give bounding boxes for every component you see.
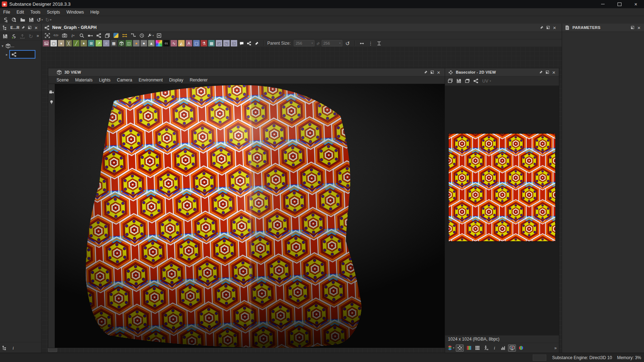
palette-normal-sphere[interactable]: ● (141, 40, 147, 46)
link-size-icon[interactable]: ∞ (315, 40, 321, 46)
channels-filter-button[interactable] (517, 345, 525, 351)
explorer-float-button[interactable] (27, 24, 33, 31)
palette-position[interactable]: ◫ (126, 40, 132, 46)
view2d-float-button[interactable] (545, 69, 550, 75)
link-substance-button[interactable] (10, 33, 17, 39)
image-information-button[interactable]: i (491, 345, 498, 351)
graph-close-button[interactable]: × (552, 24, 557, 31)
info-toggle[interactable]: i (13, 346, 14, 350)
menu-windows[interactable]: Windows (63, 10, 87, 15)
chevron-right-icon[interactable]: ▸ (4, 53, 9, 56)
zoom-actual-button[interactable]: ‹1:1› (52, 32, 59, 39)
uv-mode-select[interactable]: UV▾ (482, 79, 491, 84)
menu3d-renderer[interactable]: Renderer (186, 78, 211, 83)
palette-cells[interactable]: ▩ (208, 40, 215, 46)
palette-tile-sampler[interactable]: ▦ (111, 40, 117, 46)
menu-file[interactable]: File (0, 10, 13, 15)
palette-transform-2d[interactable]: ⊠ (88, 40, 94, 46)
menu-help[interactable]: Help (87, 10, 102, 15)
camera-view-button[interactable] (49, 89, 54, 95)
palette-histogram-scan[interactable]: ▲ (148, 40, 155, 46)
new-substance-button[interactable] (2, 17, 9, 23)
view3d-pin-button[interactable] (423, 69, 429, 75)
open-button[interactable] (19, 17, 26, 23)
palette-text[interactable]: A (186, 40, 192, 46)
graph-pin-button[interactable] (539, 24, 545, 31)
node-size-button[interactable] (376, 40, 383, 46)
selected-graph-item[interactable] (9, 50, 35, 59)
palette-mirror[interactable]: ◭ (178, 40, 185, 46)
package-tree-row[interactable]: ▾ ... (0, 42, 41, 49)
tools-button[interactable]: ▾ (147, 32, 154, 39)
palette-curve[interactable]: ╱ (73, 40, 79, 46)
palette-curve-edit[interactable]: ∿ (171, 40, 177, 46)
info-button[interactable]: i▾ (69, 32, 77, 39)
search-button[interactable] (78, 32, 85, 39)
save-all-button[interactable] (28, 17, 35, 23)
view2d-pin-button[interactable] (538, 69, 544, 75)
light-settings-button[interactable] (49, 99, 54, 105)
menu-scripts[interactable]: Scripts (44, 10, 63, 15)
close-button[interactable]: × (628, 0, 644, 8)
minimize-button[interactable] (595, 0, 611, 8)
physical-size-button[interactable] (482, 345, 489, 351)
menu-edit[interactable]: Edit (13, 10, 27, 15)
tiling-grid-button[interactable] (474, 345, 481, 351)
palette-pattern-b[interactable]: ◳ (223, 40, 230, 46)
layers-button[interactable] (104, 32, 111, 39)
palette-shape[interactable]: ○ (103, 40, 109, 46)
import-button[interactable] (19, 33, 26, 39)
python-plugin-button[interactable] (112, 32, 119, 39)
palette-material-color[interactable]: ⚗ (201, 40, 207, 46)
save-output-button[interactable] (455, 78, 462, 84)
paste-image-button[interactable] (464, 78, 471, 84)
menu3d-materials[interactable]: Materials (72, 78, 96, 83)
parameters-float-button[interactable] (630, 24, 635, 31)
align-nodes-button[interactable]: ⋮ (367, 40, 374, 46)
explorer-close-button[interactable]: × (33, 24, 39, 31)
histogram-button[interactable] (499, 345, 507, 351)
reload-button[interactable]: ↻ (27, 33, 34, 39)
link-view-button[interactable] (87, 32, 94, 39)
view2d-close-button[interactable]: × (551, 69, 557, 75)
gradient-display-button[interactable] (465, 345, 472, 351)
capture-thumbnail-button[interactable] (61, 32, 68, 39)
focus-node-button[interactable] (155, 32, 162, 39)
graph-float-button[interactable] (545, 24, 551, 31)
parent-width-select[interactable]: 256 ▾ (294, 40, 314, 46)
menu3d-environment[interactable]: Environment (135, 78, 166, 83)
palette-height-3d[interactable] (118, 40, 125, 46)
layer-select-button[interactable]: ▾ (447, 345, 454, 351)
reset-size-button[interactable]: ↺ (344, 40, 351, 46)
view3d-viewport[interactable] (55, 84, 445, 348)
graph-nodes-button[interactable] (95, 32, 102, 39)
parameters-close-button[interactable]: × (636, 24, 642, 31)
menu3d-camera[interactable]: Camera (114, 78, 136, 83)
parent-height-select[interactable]: 256 ▾ (322, 40, 342, 46)
straighten-connections-button[interactable] (121, 32, 128, 39)
background-checker-button[interactable] (456, 344, 464, 352)
palette-pattern-c[interactable]: ◱ (231, 40, 237, 46)
redo-button[interactable]: ↻▾ (45, 17, 52, 23)
distribute-nodes-button[interactable] (358, 40, 366, 46)
explorer-overflow-button[interactable]: » (36, 33, 40, 38)
view3d-float-button[interactable] (429, 69, 435, 75)
fit-view-button[interactable] (44, 32, 51, 39)
menu3d-scene[interactable]: Scene (53, 78, 72, 83)
tree-view-toggle[interactable] (2, 344, 8, 351)
palette-bits[interactable]: 01 (163, 40, 170, 46)
palette-channel-shuffle[interactable]: ╳ (65, 40, 72, 46)
view2d-canvas[interactable] (445, 86, 559, 335)
palette-pattern-a[interactable]: ◰ (216, 40, 222, 46)
palette-comment[interactable] (238, 40, 245, 46)
undo-button[interactable]: ↺▾ (36, 17, 43, 23)
graph-tree-row[interactable]: ▸ (0, 51, 41, 58)
view3d-close-button[interactable]: × (436, 69, 441, 75)
compute-timings-button[interactable] (138, 32, 145, 39)
chevron-down-icon[interactable]: ▾ (0, 44, 5, 48)
palette-frame[interactable] (246, 40, 252, 46)
palette-svg[interactable]: ▢ (50, 40, 57, 46)
palette-crop[interactable]: ▢ (193, 40, 200, 46)
connector-style-button[interactable] (130, 32, 137, 39)
menu-tools[interactable]: Tools (27, 10, 44, 15)
